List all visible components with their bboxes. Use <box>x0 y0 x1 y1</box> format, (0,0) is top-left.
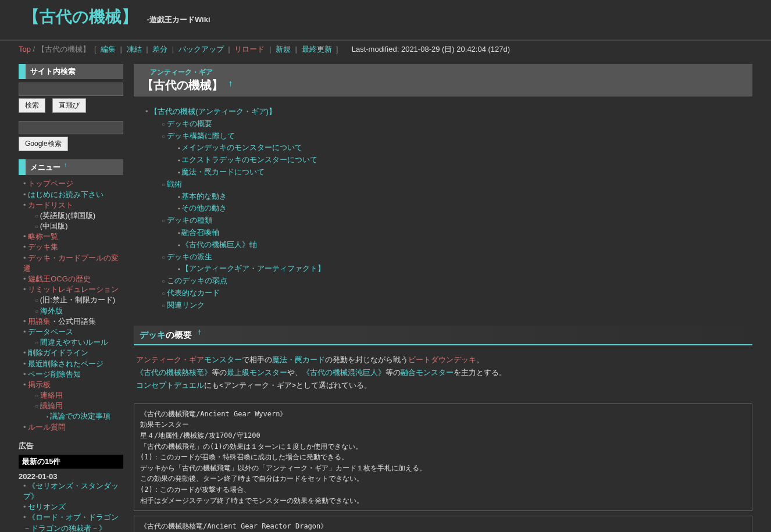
toolbar-link[interactable]: 差分 <box>152 45 167 53</box>
sidebar-item[interactable]: トップページ <box>28 179 73 188</box>
ruby-text: アンティーク・ギア <box>150 67 744 77</box>
latest-header: 最新の15件 <box>19 455 123 469</box>
anchor-icon[interactable]: † <box>229 81 233 87</box>
google-search-input[interactable] <box>19 121 123 134</box>
sidebar-item[interactable]: デッキ集 <box>28 242 58 251</box>
sidebar-item[interactable]: 遊戯王OCGの歴史 <box>28 274 91 283</box>
sidebar-item[interactable]: (英語版)(韓国版) <box>40 211 95 220</box>
sidebar-item[interactable]: 議論での決定事項 <box>50 412 110 420</box>
sidebar-item[interactable]: 最近削除されたページ <box>28 359 103 368</box>
sidebar-item[interactable]: 間違えやすいルール <box>40 338 108 347</box>
sidebar: サイト内検索 検索 直飛び Google検索 メニュー↑ トップページはじめにお… <box>19 64 123 532</box>
latest-date: 2022-01-03 <box>19 472 123 481</box>
toc-subitem[interactable]: 魔法・罠カードについて <box>181 167 265 176</box>
sidebar-item[interactable]: 海外版 <box>40 306 63 315</box>
menu-panel-title: メニュー↑ <box>19 159 123 175</box>
article-title: 【古代の機械】 <box>142 78 223 91</box>
section-content: アンティーク・ギアモンスターで相手の魔法・罠カードの発動を封じながら戦うビートダ… <box>134 351 752 399</box>
site-subtitle: -遊戯王カードWiki <box>147 15 210 24</box>
sidebar-item[interactable]: ページ削除告知 <box>28 370 81 379</box>
toolbar-link[interactable]: バックアップ <box>179 45 224 53</box>
toc-item[interactable]: 代表的なカード <box>167 288 220 297</box>
toolbar-link[interactable]: 編集 <box>101 45 116 53</box>
sidebar-item[interactable]: デッキ・カードプールの変遷 <box>23 253 119 273</box>
toolbar-link[interactable]: 新規 <box>276 45 291 53</box>
sidebar-item[interactable]: (旧:禁止・制限カード) <box>40 295 115 304</box>
jump-button[interactable]: 直飛び <box>52 98 86 113</box>
sidebar-item[interactable]: データベース <box>28 327 73 336</box>
toc-item[interactable]: デッキ構築に際して <box>167 131 235 140</box>
sidebar-item[interactable]: 連絡用 <box>40 391 63 399</box>
toc-item[interactable]: デッキの派生 <box>167 252 212 261</box>
google-search-button[interactable]: Google検索 <box>19 137 68 151</box>
menu-list: トップページはじめにお読み下さいカードリスト(英語版)(韓国版)(中国版)略称一… <box>19 178 123 433</box>
toolbar-link[interactable]: リロード <box>234 45 265 53</box>
card-text-box: 《古代の機械熱核竜/Ancient Gear Reactor Dragon》効果… <box>134 516 752 532</box>
sidebar-item[interactable]: はじめにお読み下さい <box>28 190 103 199</box>
toolbar-link[interactable]: 最終更新 <box>302 45 332 53</box>
breadcrumb-current: 【古代の機械】 <box>37 45 90 53</box>
last-modified: Last-modified: 2021-08-29 (日) 20:42:04 (… <box>352 45 510 53</box>
ad-label: 広告 <box>19 441 123 451</box>
top-link[interactable]: Top <box>19 45 31 53</box>
latest-list: 《セリオンズ・スタンダップ》セリオンズ《ロード・オブ・ドラゴン－ドラゴンの独裁者… <box>19 481 123 532</box>
section-heading: デッキの概要 † <box>134 326 752 345</box>
header: 【古代の機械】 -遊戯王カードWiki <box>0 0 771 40</box>
toc-subitem[interactable]: エクストラデッキのモンスターについて <box>181 155 317 164</box>
search-input[interactable] <box>19 83 123 96</box>
sidebar-item[interactable]: (中国版) <box>40 222 68 230</box>
sidebar-item[interactable]: カードリスト <box>28 201 73 209</box>
toc-item[interactable]: 戦術 <box>167 180 182 188</box>
toc-subitem[interactable]: 【アンティークギア・アーティファクト】 <box>181 264 325 273</box>
article-header: アンティーク・ギア 【古代の機械】 † <box>134 64 752 97</box>
toc-item[interactable]: デッキの種類 <box>167 216 212 224</box>
sidebar-item[interactable]: 略称一覧 <box>28 232 58 241</box>
page-title: 【古代の機械】 <box>23 6 138 28</box>
sidebar-item[interactable]: リミットレギュレーション <box>28 285 119 294</box>
breadcrumb-toolbar: Top / 【古代の機械】 [ 編集 | 凍結 | 差分 | バックアップ | … <box>0 40 771 58</box>
toc-item[interactable]: 関連リンク <box>167 301 205 309</box>
toc-subitem[interactable]: 基本的な動き <box>181 192 227 201</box>
toc-item[interactable]: このデッキの弱点 <box>167 276 227 285</box>
sidebar-item[interactable]: 削除ガイドライン <box>28 348 88 357</box>
sidebar-item[interactable]: 議論用 <box>40 401 63 410</box>
toolbar-link[interactable]: 凍結 <box>127 45 142 53</box>
toc-subitem[interactable]: メインデッキのモンスターについて <box>181 143 302 152</box>
search-panel-title: サイト内検索 <box>19 64 123 79</box>
toc-subitem[interactable]: 融合召喚軸 <box>181 228 219 237</box>
latest-item[interactable]: セリオンズ <box>28 502 66 511</box>
search-button[interactable]: 検索 <box>19 98 45 113</box>
toc-subitem[interactable]: 《古代の機械巨人》軸 <box>181 240 257 249</box>
card-text-box: 《古代の機械飛竜/Ancient Gear Wyvern》効果モンスター星４/地… <box>134 404 752 511</box>
table-of-contents: 【古代の機械(アンティーク・ギア)】 デッキの概要デッキ構築に際してメインデッキ… <box>134 103 752 320</box>
sidebar-item[interactable]: 掲示板 <box>28 380 51 389</box>
toc-top[interactable]: 【古代の機械(アンティーク・ギア)】 <box>150 107 276 116</box>
sidebar-item[interactable]: ルール質問 <box>28 423 66 431</box>
toc-subitem[interactable]: その他の動き <box>181 203 227 212</box>
toc-item[interactable]: デッキの概要 <box>167 119 212 128</box>
main-content: アンティーク・ギア 【古代の機械】 † 【古代の機械(アンティーク・ギア)】 デ… <box>134 64 752 532</box>
sidebar-item[interactable]: 用語集 <box>28 317 51 326</box>
latest-item[interactable]: 《ロード・オブ・ドラゴン－ドラゴンの独裁者－》 <box>23 513 119 532</box>
latest-item[interactable]: 《セリオンズ・スタンダップ》 <box>23 481 119 501</box>
